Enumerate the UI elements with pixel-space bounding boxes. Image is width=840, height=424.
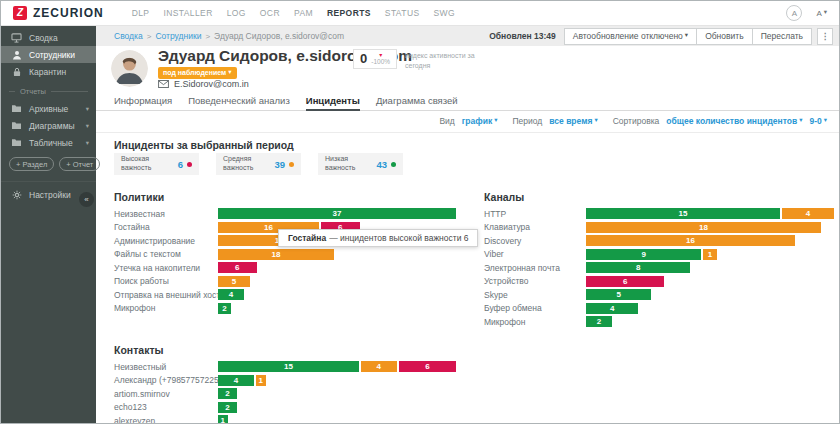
bar-segment-low[interactable]: 4: [218, 289, 244, 300]
bar-segment-low[interactable]: 5: [586, 289, 651, 300]
chart-policies: ПолитикиНеизвестная37Гостайна166Админист…: [114, 191, 456, 316]
tab-2[interactable]: Инциденты: [306, 91, 360, 111]
tooltip-text: — инцидентов высокой важности 6: [329, 233, 468, 243]
severity-card-label: Низкая важность: [325, 155, 376, 173]
watch-status-badge[interactable]: под наблюдением: [158, 67, 237, 79]
add-section-button[interactable]: Раздел: [9, 157, 54, 171]
autorefresh-button[interactable]: Автообновление отключено: [564, 28, 697, 45]
bar-segment-low[interactable]: 15: [586, 208, 782, 219]
chart-row: Микрофон2: [484, 316, 834, 327]
bar-segment-high[interactable]: 6: [218, 262, 257, 273]
bar-segment-medium[interactable]: 1: [256, 375, 266, 386]
chart-row: artiom.smirnov2: [114, 388, 456, 399]
tab-bar: ИнформацияПоведенческий анализИнцидентыД…: [96, 91, 839, 111]
tab-3[interactable]: Диаграмма связей: [376, 91, 458, 111]
view-label: Вид: [439, 116, 454, 126]
add-report-button[interactable]: Отчет: [59, 157, 100, 171]
view-select[interactable]: график: [462, 116, 498, 126]
bar-segment-low[interactable]: 4: [218, 375, 256, 386]
breadcrumb-link-1[interactable]: Сотрудники: [155, 31, 201, 41]
sidebar-item-2[interactable]: Карантин: [1, 63, 96, 80]
severity-card-high[interactable]: Высокая важность6: [114, 153, 199, 175]
chart-row-label: artiom.smirnov: [114, 389, 218, 399]
breadcrumb-link-0[interactable]: Сводка: [114, 31, 143, 41]
chart-row: Клавиатура18: [484, 222, 834, 233]
bar-segment-low[interactable]: 8: [586, 262, 690, 273]
bar-segment-medium[interactable]: 4: [782, 208, 834, 219]
bar-segment-medium[interactable]: 4: [361, 361, 399, 372]
refresh-button[interactable]: Обновить: [697, 28, 753, 45]
nav-item-reports[interactable]: REPORTS: [327, 8, 371, 18]
folder-icon: [11, 137, 22, 148]
tooltip-term: Гостайна: [288, 233, 326, 243]
chart-row-track: 37: [218, 208, 456, 219]
nav-item-swg[interactable]: SWG: [434, 8, 456, 18]
sidebar-settings-label: Настройки: [29, 190, 71, 200]
nav-item-log[interactable]: LOG: [227, 8, 246, 18]
sort-order-select[interactable]: 9-0: [809, 116, 827, 126]
zecurion-logo-icon: Z: [13, 6, 27, 20]
severity-card-low[interactable]: Низкая важность43: [318, 153, 403, 175]
sidebar-folder-0[interactable]: Архивные▾: [1, 100, 96, 117]
chart-row-label: Неизвестная: [114, 209, 218, 219]
chart-row: Неизвестный1546: [114, 361, 456, 372]
chart-row: echo1232: [114, 402, 456, 413]
nav-item-ocr[interactable]: OCR: [260, 8, 280, 18]
sidebar-folder-1[interactable]: Диаграммы▾: [1, 117, 96, 134]
bar-segment-medium[interactable]: 5: [218, 276, 250, 287]
tab-1[interactable]: Поведенческий анализ: [188, 91, 290, 111]
bar-segment-low[interactable]: 2: [218, 303, 231, 314]
chart-row-track: 41: [218, 375, 456, 386]
bar-segment-medium[interactable]: 1: [703, 249, 716, 260]
severity-card-label: Высокая важность: [121, 155, 178, 173]
sort-label: Сортировка: [613, 116, 660, 126]
bar-segment-low[interactable]: 2: [218, 402, 237, 413]
folder-icon: [11, 103, 22, 114]
sidebar-folder-label: Табличные: [29, 138, 73, 148]
chart-row-label: Микрофон: [484, 317, 586, 327]
envelope-icon: [158, 80, 169, 88]
chart-row-label: alexreyzen: [114, 416, 218, 424]
caret-down-icon: ▾: [86, 139, 89, 147]
user-menu[interactable]: A: [816, 9, 827, 18]
activity-value: 0: [360, 51, 367, 66]
caret-down-icon: ▾: [86, 105, 89, 113]
sidebar-item-1[interactable]: Сотрудники: [1, 46, 96, 63]
period-select[interactable]: все время: [549, 116, 597, 126]
chart-row-label: Неизвестный: [114, 362, 218, 372]
bar-segment-medium[interactable]: 16: [586, 235, 795, 246]
nav-item-dlp[interactable]: DLP: [132, 8, 150, 18]
bar-segment-low[interactable]: 4: [586, 303, 638, 314]
more-options-button[interactable]: ⋮: [817, 28, 833, 45]
nav-item-pam[interactable]: PAM: [294, 8, 313, 18]
chart-row: Discovery16: [484, 235, 834, 246]
bar-segment-low[interactable]: 15: [218, 361, 361, 372]
sidebar-folder-2[interactable]: Табличные▾: [1, 134, 96, 151]
sort-select[interactable]: общее количество инцидентов: [666, 116, 802, 126]
forward-button[interactable]: Переслать: [753, 28, 812, 45]
bar-segment-high[interactable]: 6: [399, 361, 456, 372]
employee-email[interactable]: E.Sidorov@com.in: [174, 79, 249, 89]
chart-row-label: Отправка на внешний хостинг: [114, 290, 218, 300]
chart-row: Поиск работы5: [114, 276, 456, 287]
chart-row-label: Микрофон: [114, 303, 218, 313]
chart-row: Утечка на накопители6: [114, 262, 456, 273]
user-avatar[interactable]: A: [786, 5, 802, 21]
bar-segment-low[interactable]: 2: [218, 388, 237, 399]
tab-0[interactable]: Информация: [114, 91, 172, 111]
bar-segment-low[interactable]: 9: [586, 249, 703, 260]
nav-item-status[interactable]: STATUS: [385, 8, 420, 18]
bar-segment-low[interactable]: 1: [218, 415, 228, 424]
bar-segment-medium[interactable]: 18: [586, 222, 821, 233]
bar-segment-medium[interactable]: 18: [218, 249, 334, 260]
employee-email-row: E.Sidorov@com.in: [158, 79, 249, 89]
employee-header: Эдуард Сидоров, e.sidorov@com под наблюд…: [96, 46, 839, 91]
nav-item-installer[interactable]: INSTALLER: [163, 8, 212, 18]
updated-timestamp: Обновлен 13:49: [489, 31, 556, 41]
bar-segment-high[interactable]: 6: [586, 276, 664, 287]
severity-card-medium[interactable]: Средняя важность39: [216, 153, 301, 175]
sidebar-collapse-button[interactable]: «: [79, 192, 94, 207]
bar-segment-low[interactable]: 2: [586, 316, 612, 327]
sidebar-item-0[interactable]: Сводка: [1, 29, 96, 46]
bar-segment-low[interactable]: 37: [218, 208, 456, 219]
